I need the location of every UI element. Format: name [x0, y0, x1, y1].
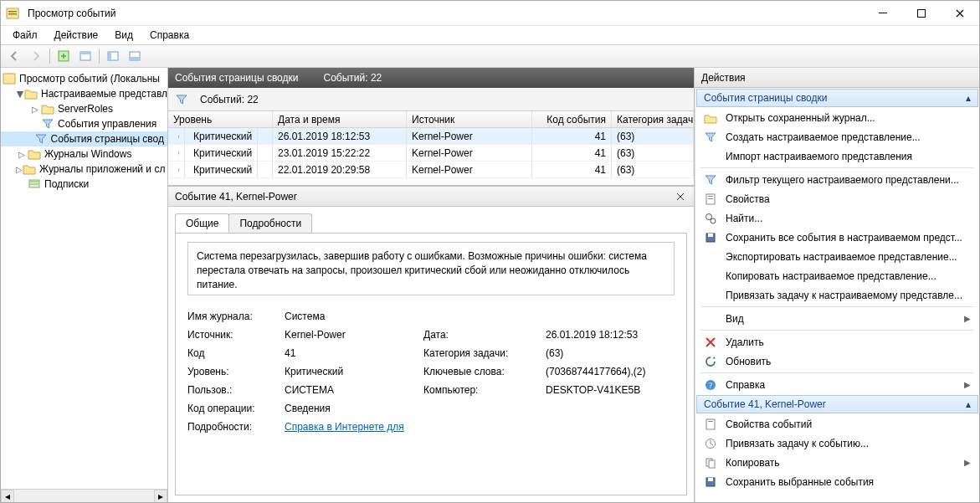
action-import-custom-view[interactable]: Импорт настраиваемого представления [697, 146, 977, 166]
panel-button-1[interactable] [75, 47, 95, 65]
svg-rect-32 [708, 478, 713, 481]
value-category: (63) [546, 347, 675, 359]
menu-help[interactable]: Справка [143, 28, 196, 43]
action-properties[interactable]: Свойства [697, 189, 977, 208]
filter-icon [35, 132, 47, 146]
table-row[interactable]: Критический 22.01.2019 20:29:58 Kernel-P… [168, 162, 694, 178]
col-date[interactable]: Дата и время [273, 111, 407, 127]
actions-header: Действия [695, 68, 979, 88]
tree-server-roles[interactable]: ▷ ServerRoles [1, 101, 167, 116]
folder-icon [41, 102, 54, 115]
col-level[interactable]: Уровень [168, 111, 273, 127]
actions-section-event[interactable]: Событие 41, Kernel-Power ▴ [696, 395, 978, 413]
tree-app-logs[interactable]: ▷ Журналы приложений и сл [1, 162, 167, 177]
svg-rect-12 [3, 74, 15, 84]
action-copy-view[interactable]: Копировать настраиваемое представление..… [697, 266, 977, 285]
value-computer: DESKTOP-V41KE5B [546, 384, 675, 396]
label-log: Имя журнала: [187, 311, 280, 322]
forward-button[interactable] [26, 47, 46, 65]
scroll-right-icon[interactable]: ▸ [154, 490, 167, 503]
tree-horizontal-scrollbar[interactable]: ◂ ▸ [1, 489, 167, 502]
detail-close-button[interactable] [674, 190, 687, 203]
value-code: 41 [285, 347, 418, 359]
menu-action[interactable]: Действие [48, 28, 105, 43]
table-row[interactable]: Критический 26.01.2019 18:12:53 Kernel-P… [168, 128, 694, 145]
action-open-saved-log[interactable]: Открыть сохраненный журнал... [697, 108, 977, 127]
value-keywords: (70368744177664),(2) [546, 366, 675, 377]
tab-general[interactable]: Общие [175, 213, 229, 233]
menu-bar: Файл Действие Вид Справка [1, 26, 979, 44]
filter-icon [175, 93, 188, 106]
minimize-button[interactable] [864, 1, 902, 25]
show-tree-button[interactable] [54, 47, 74, 65]
svg-rect-7 [80, 52, 90, 54]
svg-rect-3 [879, 13, 887, 13]
twisty-closed-icon[interactable]: ▷ [16, 165, 23, 174]
tree-subscriptions[interactable]: Подписки [1, 177, 167, 192]
open-folder-icon [704, 111, 717, 125]
value-opcode: Сведения [285, 403, 675, 414]
close-button[interactable] [941, 1, 979, 25]
collapse-icon[interactable]: ▴ [966, 398, 971, 410]
tree-windows-logs[interactable]: ▷ Журналы Windows [1, 146, 167, 162]
online-help-link[interactable]: Справка в Интернете для [285, 421, 675, 433]
action-attach-task-view[interactable]: Привязать задачу к настраиваемому предст… [697, 285, 977, 305]
col-code[interactable]: Код события [532, 111, 612, 127]
tree-admin-events[interactable]: События управления [1, 116, 167, 131]
label-category: Категория задачи: [423, 347, 541, 359]
col-source[interactable]: Источник [407, 111, 532, 127]
label-opcode: Код операции: [187, 403, 280, 414]
scroll-left-icon[interactable]: ◂ [1, 490, 14, 503]
chevron-right-icon: ▶ [964, 458, 971, 467]
twisty-closed-icon[interactable]: ▷ [16, 150, 28, 159]
twisty-closed-icon[interactable]: ▷ [29, 105, 41, 114]
action-delete[interactable]: Удалить [697, 332, 977, 352]
action-save-all[interactable]: Сохранить все события в настраиваемом пр… [697, 228, 977, 247]
delete-icon [704, 336, 717, 349]
svg-rect-30 [709, 460, 715, 468]
detail-tabs: Общие Подробности [168, 207, 694, 233]
maximize-button[interactable] [902, 1, 941, 25]
svg-rect-26 [706, 419, 715, 429]
twisty-open-icon[interactable]: ⯆ [16, 90, 24, 99]
action-event-properties[interactable]: Свойства событий [697, 414, 977, 434]
panel-button-3[interactable] [125, 47, 145, 65]
back-button[interactable] [4, 47, 24, 65]
tree-summary-events[interactable]: События страницы свод [1, 131, 167, 146]
properties-icon [704, 418, 717, 431]
navigation-tree[interactable]: Просмотр событий (Локальны ⯆ Настраиваем… [1, 68, 168, 502]
collapse-icon[interactable]: ▴ [966, 92, 971, 104]
action-attach-task-event[interactable]: Привязать задачу к событию... [697, 434, 977, 453]
value-log: Система [285, 311, 675, 322]
title-bar: Просмотр событий [1, 1, 979, 26]
actions-section-summary[interactable]: События страницы сводки ▴ [696, 89, 978, 107]
action-help[interactable]: ?Справка▶ [697, 375, 977, 394]
filter-icon [41, 117, 54, 131]
col-category[interactable]: Категория задачи [612, 111, 694, 127]
action-export-view[interactable]: Экспортировать настраиваемое представлен… [697, 247, 977, 266]
help-icon: ? [704, 378, 717, 392]
tree-custom-views[interactable]: ⯆ Настраиваемые представле [1, 86, 167, 101]
action-find[interactable]: Найти... [697, 208, 977, 228]
window-title: Просмотр событий [28, 8, 115, 19]
action-copy-event[interactable]: Копировать▶ [697, 453, 977, 472]
task-icon [704, 437, 717, 450]
action-filter-current[interactable]: Фильтр текущего настраиваемого представл… [697, 170, 977, 189]
action-create-custom-view[interactable]: Создать настраиваемое представление... [697, 127, 977, 146]
svg-text:?: ? [709, 381, 713, 390]
action-save-selected[interactable]: Сохранить выбранные события [697, 472, 977, 491]
center-title: События страницы сводки [175, 72, 298, 84]
menu-file[interactable]: Файл [6, 28, 44, 43]
events-table[interactable]: Уровень Дата и время Источник Код событи… [168, 111, 694, 187]
label-keywords: Ключевые слова: [423, 366, 541, 377]
tab-details[interactable]: Подробности [228, 213, 312, 233]
svg-rect-11 [130, 57, 140, 60]
table-header[interactable]: Уровень Дата и время Источник Код событи… [168, 111, 694, 128]
action-refresh[interactable]: Обновить [697, 352, 977, 371]
tree-root[interactable]: Просмотр событий (Локальны [1, 71, 167, 86]
action-view-submenu[interactable]: Вид▶ [697, 309, 977, 328]
panel-button-2[interactable] [103, 47, 123, 65]
menu-view[interactable]: Вид [108, 28, 140, 43]
table-row[interactable]: Критический 23.01.2019 15:22:22 Kernel-P… [168, 145, 694, 162]
folder-icon [23, 162, 36, 176]
